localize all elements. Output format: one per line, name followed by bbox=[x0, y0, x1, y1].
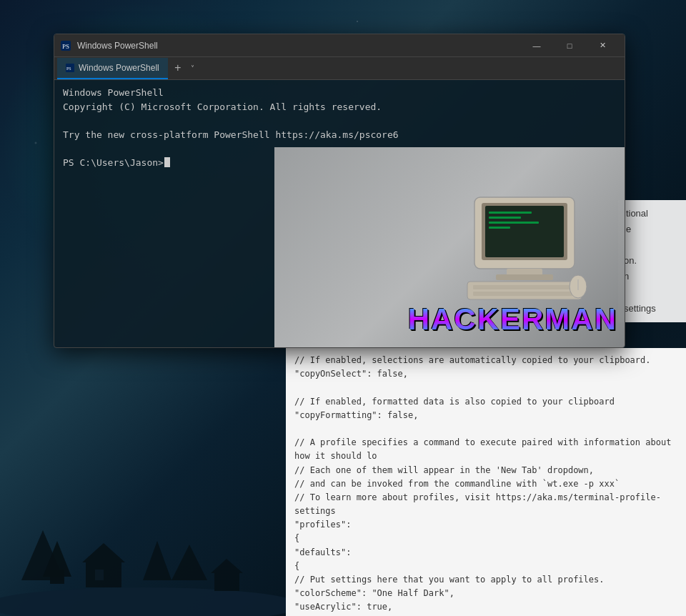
partial-line-3 bbox=[624, 237, 680, 253]
window-titlebar: PS Windows PowerShell — □ ✕ bbox=[54, 34, 625, 57]
json-line-6 bbox=[294, 422, 677, 436]
tab-dropdown-button[interactable]: ˅ bbox=[191, 64, 194, 73]
svg-rect-23 bbox=[496, 274, 553, 280]
json-line-5: "copyFormatting": false, bbox=[294, 409, 677, 422]
json-line-16: "colorScheme": "One Half Dark", bbox=[294, 587, 677, 600]
svg-rect-20 bbox=[489, 222, 539, 224]
svg-rect-21 bbox=[489, 227, 510, 229]
json-line-2: "copyOnSelect": false, bbox=[294, 367, 677, 381]
tab-powershell-icon: PS bbox=[66, 64, 74, 72]
window-title: Windows PowerShell bbox=[77, 41, 520, 51]
hackerman-overlay: HACKERMAN bbox=[274, 147, 625, 347]
terminal-line-4: Try the new cross-platform PowerShell ht… bbox=[63, 128, 616, 142]
svg-text:PS: PS bbox=[66, 66, 71, 71]
add-tab-button[interactable]: + bbox=[168, 59, 188, 79]
maximize-button[interactable]: □ bbox=[553, 34, 586, 57]
json-line-9: // and can be invoked from the commandli… bbox=[294, 477, 677, 491]
svg-marker-7 bbox=[172, 545, 207, 580]
close-button[interactable]: ✕ bbox=[586, 34, 619, 57]
tab-label: Windows PowerShell bbox=[79, 63, 159, 73]
json-line-13: "defaults": bbox=[294, 546, 677, 560]
tab-bar: PS Windows PowerShell + ˅ bbox=[54, 57, 625, 80]
terminal-cursor bbox=[164, 157, 170, 167]
terminal-line-2: Copyright (C) Microsoft Corporation. All… bbox=[63, 100, 616, 114]
svg-marker-10 bbox=[211, 559, 243, 573]
retro-computer-illustration bbox=[453, 190, 596, 304]
svg-rect-5 bbox=[95, 570, 104, 580]
svg-rect-25 bbox=[473, 285, 576, 289]
json-line-17: "useAcrylic": true, bbox=[294, 600, 677, 614]
svg-text:PS: PS bbox=[62, 43, 69, 50]
svg-marker-4 bbox=[82, 543, 125, 562]
json-line-11: "profiles": bbox=[294, 518, 677, 532]
prompt-text: PS C:\Users\Jason> bbox=[63, 156, 164, 170]
background-silhouette bbox=[0, 437, 286, 616]
svg-rect-24 bbox=[467, 282, 582, 299]
partial-right-panel: itional le on. n settings bbox=[618, 200, 686, 322]
json-line-4: // If enabled, formatted data is also co… bbox=[294, 395, 677, 409]
json-line-3 bbox=[294, 381, 677, 394]
partial-line-7: settings bbox=[624, 301, 680, 317]
partial-line-4: on. bbox=[624, 253, 680, 269]
tab-powershell[interactable]: PS Windows PowerShell bbox=[57, 58, 168, 79]
svg-rect-9 bbox=[214, 573, 239, 591]
hackerman-logo-text: HACKERMAN bbox=[408, 302, 617, 337]
json-line-12: { bbox=[294, 532, 677, 545]
json-line-1: // If enabled, selections are automatica… bbox=[294, 354, 677, 367]
json-line-10: // To learn more about profiles, visit h… bbox=[294, 491, 677, 518]
json-line-15: // Put settings here that you want to ap… bbox=[294, 573, 677, 587]
terminal-line-1: Windows PowerShell bbox=[63, 86, 616, 100]
powershell-window: PS Windows PowerShell — □ ✕ PS Windows P… bbox=[54, 34, 625, 348]
svg-marker-6 bbox=[143, 541, 172, 580]
window-controls: — □ ✕ bbox=[520, 34, 619, 57]
json-line-8: // Each one of them will appear in the '… bbox=[294, 464, 677, 477]
json-line-14: { bbox=[294, 560, 677, 573]
partial-line-5: n bbox=[624, 269, 680, 284]
svg-rect-18 bbox=[489, 212, 532, 214]
json-line-7: // A profile specifies a command to exec… bbox=[294, 436, 677, 463]
powershell-icon: PS bbox=[60, 40, 71, 51]
svg-point-8 bbox=[0, 587, 286, 616]
partial-line-6 bbox=[624, 284, 680, 300]
minimize-button[interactable]: — bbox=[520, 34, 553, 57]
terminal-line-3 bbox=[63, 114, 616, 128]
svg-rect-19 bbox=[489, 217, 521, 219]
partial-line-1: itional bbox=[624, 206, 680, 222]
svg-rect-26 bbox=[473, 292, 576, 296]
json-editor-panel: // If enabled, selections are automatica… bbox=[286, 348, 686, 616]
partial-line-2: le bbox=[624, 222, 680, 237]
svg-rect-2 bbox=[50, 570, 64, 584]
